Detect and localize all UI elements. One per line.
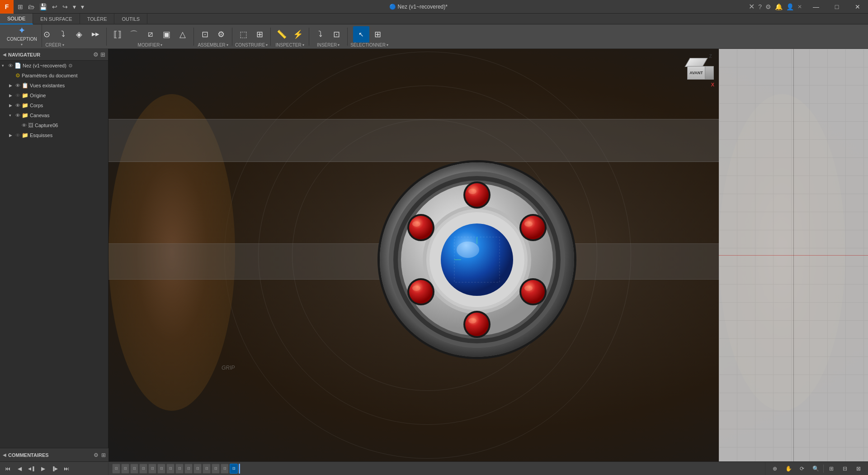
capture-label: Capture06 <box>35 123 58 128</box>
tl-first-btn[interactable]: ⏮ <box>2 462 14 475</box>
timeline-step-current[interactable]: ⊡ <box>230 464 238 474</box>
insert-derive-btn[interactable]: ⤵ <box>312 26 328 43</box>
tab-solid[interactable]: SOLIDE <box>0 14 33 24</box>
cross-icon-close[interactable]: ✕ <box>797 4 802 10</box>
interference-btn[interactable]: ⚡ <box>290 26 306 43</box>
insert-mesh-btn[interactable]: ⊡ <box>328 26 344 43</box>
zoom-btn[interactable]: 🔍 <box>810 462 821 475</box>
timeline-step-9[interactable]: ⊡ <box>193 464 202 474</box>
eye-canevas[interactable]: 👁 <box>15 113 20 118</box>
grid-icon[interactable]: ⊞ <box>16 2 25 11</box>
grid-display-btn[interactable]: ⊟ <box>839 462 851 475</box>
eye-corps[interactable]: 👁 <box>15 103 20 108</box>
offset-plane-btn[interactable]: ⬚ <box>235 26 251 43</box>
redo-dropdown[interactable]: ▾ <box>79 2 86 11</box>
root-settings[interactable]: ⚙ <box>68 63 73 69</box>
user-icon[interactable]: 👤 <box>786 3 794 10</box>
comments-settings-icon[interactable]: ⚙ <box>94 452 99 458</box>
timeline-step-8[interactable]: ⊡ <box>184 464 193 474</box>
more-btn[interactable]: ▶▶ <box>87 26 104 43</box>
undo-icon[interactable]: ↩ <box>50 2 59 11</box>
redo-icon[interactable]: ↪ <box>61 2 70 11</box>
comments-arrow[interactable]: ◀ <box>3 452 6 457</box>
pan-btn[interactable]: ✋ <box>783 462 794 475</box>
tree-item-esquisses[interactable]: ▶ 👁 📁 Esquisses <box>0 130 108 140</box>
nav-collapse-arrow[interactable]: ◀ <box>3 52 6 57</box>
select-through-btn[interactable]: ⊞ <box>369 26 386 43</box>
orient-cube[interactable]: Z AVANT X <box>678 53 714 90</box>
main-viewport[interactable]: Z AVANT X <box>108 49 868 461</box>
tree-item-views[interactable]: ▶ 👁 📋 Vues existantes <box>0 81 108 90</box>
help-icon[interactable]: ? <box>758 3 762 10</box>
timeline-step-3[interactable]: ⊡ <box>139 464 147 474</box>
timeline-step-6[interactable]: ⊡ <box>166 464 175 474</box>
expand-esquisses[interactable]: ▶ <box>9 133 15 138</box>
expand-corps[interactable]: ▶ <box>9 103 15 108</box>
timeline-step-2[interactable]: ⊡ <box>130 464 138 474</box>
tree-item-root[interactable]: ▾ 👁 📄 Nez (v1~recovered) ⚙ <box>0 61 108 71</box>
expand-origin[interactable]: ▶ <box>9 93 15 98</box>
comments-expand-icon[interactable]: ⊞ <box>101 452 106 458</box>
cursor-mode-btn[interactable]: ⊕ <box>769 462 781 475</box>
tree-item-canevas[interactable]: ▾ 👁 📁 Canevas <box>0 110 108 120</box>
midplane-btn[interactable]: ⊞ <box>251 26 268 43</box>
timeline-step-5[interactable]: ⊡ <box>157 464 165 474</box>
eye-origin[interactable]: 👁 <box>15 93 20 98</box>
undo-dropdown[interactable]: ▾ <box>71 2 78 11</box>
tree-item-params[interactable]: ⚙ Paramètres du document <box>0 71 108 81</box>
add-icon[interactable]: ✕ <box>749 2 755 11</box>
nav-settings-icon[interactable]: ⚙ <box>93 51 99 58</box>
tree-item-corps[interactable]: ▶ 👁 📁 Corps <box>0 100 108 110</box>
eye-views[interactable]: 👁 <box>15 83 20 88</box>
expand-views[interactable]: ▶ <box>9 83 15 88</box>
close-btn[interactable]: ✕ <box>847 0 868 14</box>
tl-prev-btn[interactable]: ◀ <box>14 462 25 475</box>
new-component-btn[interactable]: ⊡ <box>197 26 213 43</box>
minimize-btn[interactable]: — <box>806 0 826 14</box>
timeline-step-11[interactable]: ⊡ <box>212 464 220 474</box>
tl-step-fwd-btn[interactable]: ▐▶ <box>49 462 61 475</box>
render-mode-btn[interactable]: ⊠ <box>853 462 864 475</box>
separator-5 <box>270 28 271 46</box>
loft-btn[interactable]: ◈ <box>71 26 87 43</box>
draft-btn[interactable]: △ <box>175 26 191 43</box>
timeline-step-10[interactable]: ⊡ <box>203 464 211 474</box>
display-mode-btn[interactable]: ⊞ <box>826 462 837 475</box>
tl-last-btn[interactable]: ⏭ <box>61 462 72 475</box>
timeline-step-1[interactable]: ⊡ <box>121 464 129 474</box>
conception-button[interactable]: ✦ CONCEPTION ▾ <box>2 24 42 47</box>
eye-root[interactable]: 👁 <box>8 63 13 68</box>
expand-root[interactable]: ▾ <box>2 63 8 68</box>
tl-step-back-btn[interactable]: ◀▐ <box>25 462 37 475</box>
notification-icon[interactable]: 🔔 <box>775 3 783 10</box>
joint-btn[interactable]: ⚙ <box>213 26 229 43</box>
tab-outils[interactable]: OUTILS <box>114 14 147 24</box>
measure-btn[interactable]: 📏 <box>274 26 290 43</box>
tab-tolere[interactable]: TOLÈRE <box>80 14 115 24</box>
press-pull-btn[interactable]: ⟦⟧ <box>109 26 126 43</box>
tree-item-capture[interactable]: 👁 🖼 Capture06 <box>0 120 108 130</box>
eye-esquisses[interactable]: 👁 <box>15 133 20 138</box>
timeline-step-0[interactable]: ⊡ <box>112 464 120 474</box>
timeline-step-12[interactable]: ⊡ <box>221 464 229 474</box>
chamfer-btn[interactable]: ⧄ <box>142 26 158 43</box>
timeline-step-7[interactable]: ⊡ <box>175 464 184 474</box>
shell-btn[interactable]: ▣ <box>158 26 175 43</box>
file-icon[interactable]: 🗁 <box>26 2 36 11</box>
timeline-step-4[interactable]: ⊡ <box>148 464 156 474</box>
nav-expand-icon[interactable]: ⊞ <box>100 51 105 58</box>
orbit-btn[interactable]: ⟳ <box>796 462 808 475</box>
tree-item-origin[interactable]: ▶ 👁 📁 Origine <box>0 90 108 100</box>
fillet-btn[interactable]: ⌒ <box>126 26 142 43</box>
tl-play-btn[interactable]: ▶ <box>37 462 49 475</box>
tab-surface[interactable]: EN SURFACE <box>33 14 80 24</box>
select-btn[interactable]: ↖ <box>353 26 369 43</box>
inserer-buttons: ⤵ ⊡ <box>312 26 344 43</box>
eye-capture[interactable]: 👁 <box>22 123 27 128</box>
sweep-btn[interactable]: ⤵ <box>55 26 71 43</box>
cube-face-front[interactable]: AVANT <box>687 66 705 80</box>
save-icon[interactable]: 💾 <box>38 2 49 11</box>
expand-canevas[interactable]: ▾ <box>9 113 15 118</box>
settings-icon[interactable]: ⚙ <box>765 3 771 10</box>
maximize-btn[interactable]: □ <box>826 0 847 14</box>
